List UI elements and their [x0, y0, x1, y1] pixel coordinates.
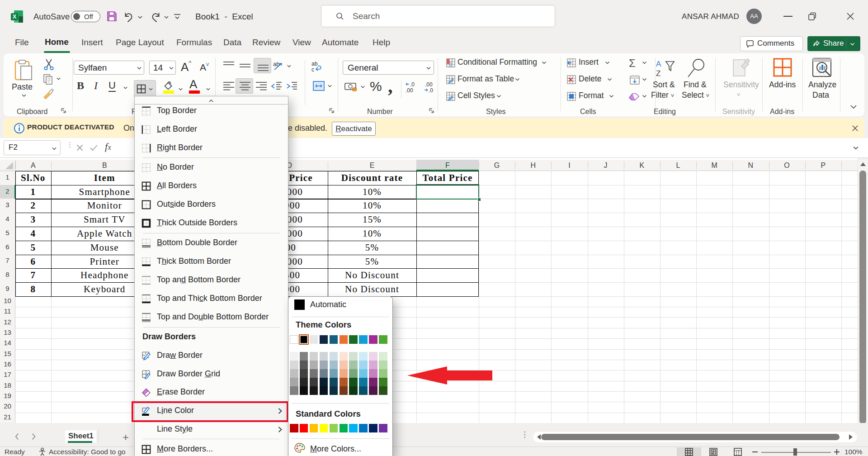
svg-text:.00: .00 — [406, 87, 413, 93]
svg-text:.0: .0 — [410, 81, 415, 88]
svg-text:.00: .00 — [425, 81, 433, 88]
svg-text:Z: Z — [656, 69, 660, 78]
svg-text:.0: .0 — [429, 87, 433, 93]
svg-text:A: A — [656, 60, 661, 68]
svg-text:c: c — [311, 66, 314, 72]
svg-text:ab: ab — [311, 61, 318, 67]
